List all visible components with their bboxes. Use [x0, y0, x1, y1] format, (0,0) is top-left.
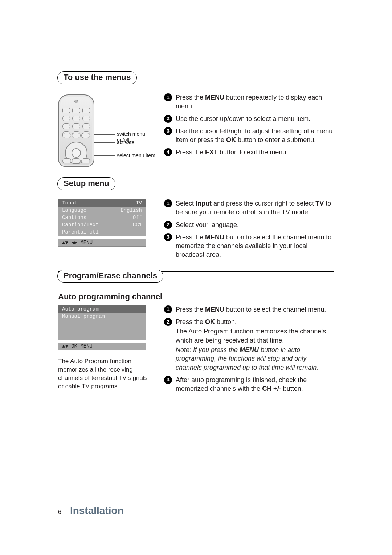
osd-row: LanguageEnglish — [58, 207, 146, 214]
osd-row-label: Input — [62, 200, 77, 206]
osd-row: CaptionsOff — [58, 214, 146, 221]
step-item: 3After auto programming is finished, che… — [164, 376, 334, 393]
step-number-icon: 1 — [164, 93, 172, 101]
use-menus-body: switch menu on/off activate select menu … — [58, 93, 334, 171]
callout-line — [94, 155, 115, 156]
section-heading: Program/Erase channels — [57, 270, 163, 283]
step-item: 3Use the cursor left/right to adjust the… — [164, 127, 334, 145]
osd-setup-menu: InputTVLanguageEnglishCaptionsOffCaption… — [58, 199, 146, 247]
step-list: 1Select Input and press the cursor right… — [164, 199, 334, 259]
step-text: Select Input and press the cursor right … — [176, 199, 334, 217]
step-number-icon: 1 — [164, 305, 172, 313]
step-text: Press the OK button.The Auto Program fun… — [176, 317, 334, 372]
step-text: Press the MENU button to select the chan… — [176, 305, 326, 314]
section-heading-wrap: Program/Erase channels — [58, 275, 334, 288]
section-heading-wrap: Setup menu — [58, 182, 334, 195]
step-item: 3Press the MENU button to select the cha… — [164, 233, 334, 259]
osd-row-label: Captions — [62, 215, 86, 220]
osd-row-value: Off — [133, 215, 142, 220]
osd-row-label: Caption/Text — [62, 222, 99, 228]
remote-icon — [58, 94, 94, 167]
program-body: Auto programManual program▲▼ OK MENU The… — [58, 305, 334, 397]
section-heading: To use the menus — [57, 71, 137, 84]
osd-row-value: English — [121, 207, 142, 213]
callout-label: activate — [117, 139, 134, 145]
step-text: Press the MENU button repeatedly to disp… — [176, 93, 334, 111]
step-list: 1Press the MENU button repeatedly to dis… — [164, 93, 334, 157]
step-number-icon: 2 — [164, 115, 172, 123]
step-item: 2Select your language. — [164, 220, 334, 229]
osd-row-label: Language — [62, 207, 86, 213]
footer-title: Installation — [70, 505, 124, 516]
osd-row-label: Auto program — [62, 306, 99, 312]
osd-row-value: CC1 — [133, 222, 142, 228]
osd-row: Manual program — [58, 313, 146, 320]
step-item: 1Press the MENU button repeatedly to dis… — [164, 93, 334, 111]
callout-label: select menu item — [117, 153, 155, 158]
page-footer: 6 Installation — [58, 505, 124, 516]
osd-row-label: Manual program — [62, 313, 105, 319]
step-number-icon: 3 — [164, 127, 172, 135]
osd-footer: ▲▼ ◀▶ MENU — [58, 236, 146, 246]
step-text: Use the cursor left/right to adjust the … — [176, 127, 334, 145]
osd-row: Caption/TextCC1 — [58, 221, 146, 228]
step-extra: The Auto Program function memorizes the … — [176, 327, 334, 345]
step-note: Note: If you press the MENU button in au… — [176, 345, 334, 372]
auto-program-description: The Auto Program function memorizes all … — [58, 357, 149, 391]
callout-line — [94, 134, 115, 135]
step-text: Press the EXT button to exit the menu. — [176, 148, 288, 157]
manual-page: To use the menus switch menu — [58, 73, 334, 397]
step-number-icon: 2 — [164, 221, 172, 229]
step-item: 1Press the MENU button to select the cha… — [164, 305, 334, 314]
remote-diagram: switch menu on/off activate select menu … — [58, 94, 157, 171]
callout-line — [94, 142, 115, 143]
step-number-icon: 1 — [164, 199, 172, 207]
step-number-icon: 4 — [164, 148, 172, 156]
section-heading: Setup menu — [57, 177, 115, 190]
step-number-icon: 3 — [164, 376, 172, 384]
setup-body: InputTVLanguageEnglishCaptionsOffCaption… — [58, 199, 334, 263]
step-item: 4Press the EXT button to exit the menu. — [164, 148, 334, 157]
step-item: 2Use the cursor up/down to select a menu… — [164, 114, 334, 123]
step-list: 1Press the MENU button to select the cha… — [164, 305, 334, 393]
step-item: 2Press the OK button.The Auto Program fu… — [164, 317, 334, 372]
step-text: After auto programming is finished, chec… — [176, 376, 334, 393]
step-number-icon: 3 — [164, 233, 172, 241]
osd-channel-menu: Auto programManual program▲▼ OK MENU — [58, 305, 146, 350]
osd-row-label: Parental ctl — [62, 229, 99, 235]
step-item: 1Select Input and press the cursor right… — [164, 199, 334, 217]
osd-row: Parental ctl — [58, 228, 146, 236]
step-text: Press the MENU button to select the chan… — [176, 233, 334, 259]
osd-row: InputTV — [58, 199, 146, 207]
page-number: 6 — [58, 509, 61, 515]
osd-footer: ▲▼ OK MENU — [58, 340, 146, 350]
osd-row-value: TV — [136, 200, 142, 206]
section-heading-wrap: To use the menus — [58, 76, 334, 89]
subheading: Auto programming channel — [58, 292, 334, 301]
osd-row: Auto program — [58, 305, 146, 313]
step-text: Use the cursor up/down to select a menu … — [176, 114, 310, 123]
step-number-icon: 2 — [164, 318, 172, 326]
step-text: Select your language. — [176, 220, 239, 229]
